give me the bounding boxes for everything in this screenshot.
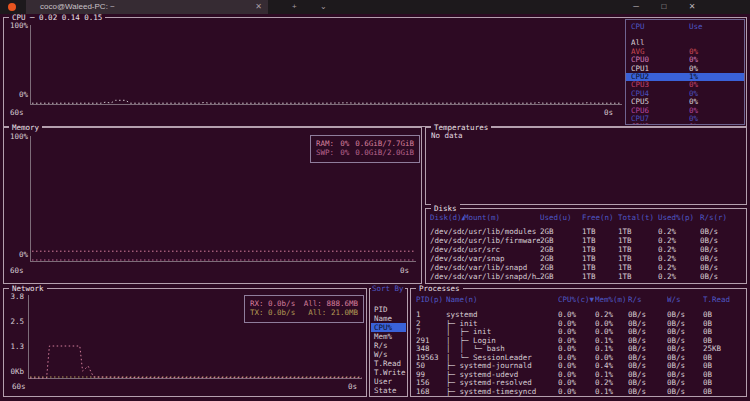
cell: /dev/sdd (430, 227, 464, 236)
disks-panel: Disks Disk(d)▲Mount(m)Used(u)Free(n)Tota… (425, 208, 747, 284)
cpu-legend-row-cpu1[interactable]: CPU10% (631, 65, 744, 73)
cell: 0B (703, 388, 744, 397)
cell: 0B/s (700, 236, 744, 245)
process-row[interactable]: 1systemd0.0%0.2%0B/s0B/s0B (416, 311, 744, 320)
sort-option-t-read[interactable]: T.Read (371, 359, 406, 368)
disks-col-header[interactable]: Used%(p) (658, 213, 700, 222)
network-panel: Network 3.8 2.5 1.3 0Kb 60s 0s RX: 0.0b/… (3, 288, 367, 397)
process-row[interactable]: 19563│ └─ SessionLeader0.0%0.0%0B/s0B/s0… (416, 354, 744, 363)
cell: 0B (703, 379, 744, 388)
cell: /var/lib/snapd/h… (464, 272, 540, 281)
cell: 0.0% (558, 371, 595, 380)
cell: 0.0% (558, 345, 595, 354)
process-row[interactable]: 2├─ init0.0%0.0%0B/s0B/s0B (416, 320, 744, 329)
processes-col-header[interactable]: W/s (667, 295, 703, 304)
tab-dropdown-icon[interactable]: ⌄ (320, 2, 327, 11)
maximize-button[interactable]: □ (654, 2, 674, 11)
processes-col-header[interactable]: CPU%(c)▼ (558, 295, 595, 304)
cell: /dev/sdd (430, 245, 464, 254)
sort-option-r-s[interactable]: R/s (371, 341, 406, 350)
cell: 0.0% (595, 354, 628, 363)
cell: ├─ systemd-resolved (446, 379, 558, 388)
disks-col-header[interactable]: Total(t) (618, 213, 658, 222)
cell: 0.0% (595, 320, 628, 329)
cpu-legend-row-cpu3[interactable]: CPU30% (631, 81, 744, 89)
terminal-tab[interactable]: coco@Waleed-PC: ~ ✕ (26, 0, 268, 14)
cell: 0.2% (658, 263, 700, 272)
memory-x-left-label: 60s (10, 266, 24, 275)
cpu-legend-row-cpu6[interactable]: CPU60% (631, 107, 744, 115)
cell: ├─ systemd-udevd (446, 371, 558, 380)
processes-col-header[interactable]: PID(p) (416, 295, 446, 304)
process-row[interactable]: 99├─ systemd-udevd0.0%0.1%0B/s0B/s0B (416, 371, 744, 380)
disks-col-header[interactable]: R/s(r) (700, 213, 744, 222)
processes-col-header[interactable]: R/s (628, 295, 667, 304)
cell: /dev/sdd (430, 254, 464, 263)
cell: │ ├─ Login (446, 337, 558, 346)
process-row[interactable]: 156├─ systemd-resolved0.0%0.2%0B/s0B/s0B (416, 379, 744, 388)
disk-row[interactable]: /dev/sdd/var/snap2GB1TB1TB0.2%0B/s (430, 254, 744, 263)
sort-option-name[interactable]: Name (371, 314, 406, 323)
process-row[interactable]: 348│ │ └─ bash0.0%0.1%0B/s0B/s25KB (416, 345, 744, 354)
process-row[interactable]: 168├─ systemd-timesyncd0.0%0.1%0B/s0B/s0… (416, 388, 744, 397)
cell: 0B/s (667, 345, 703, 354)
cpu-legend-row-cpu8[interactable]: CPU80% (631, 123, 744, 125)
minimize-button[interactable]: ─ (626, 2, 646, 11)
disks-col-header[interactable]: Mount(m) (464, 213, 540, 222)
cpu-legend: CPU Use AllAVG0%CPU00%CPU10%CPU21%CPU30%… (625, 19, 745, 125)
cell: /dev/sdd (430, 263, 464, 272)
sort-option-mem-[interactable]: Mem% (371, 332, 406, 341)
cell: 0.0% (558, 354, 595, 363)
cell: 0B/s (667, 371, 703, 380)
cell: 0.1% (595, 388, 628, 397)
cell: /dev/sdd (430, 272, 464, 281)
process-row[interactable]: 50├─ systemd-journald0.0%0.4%0B/s0B/s0B (416, 362, 744, 371)
cpu-legend-row-cpu5[interactable]: CPU50% (631, 98, 744, 106)
swap-legend-row: SWP: 0% 0.0GiB/2.0GiB (316, 148, 414, 157)
cell: 1 (416, 311, 446, 320)
ram-value: 0.6GiB/7.7GiB (355, 139, 414, 148)
disks-col-header[interactable]: Used(u) (540, 213, 582, 222)
disk-row[interactable]: /dev/sdd/var/lib/snapd/h…2GB1TB1TB0.2%0B… (430, 272, 744, 281)
disks-col-header[interactable]: Free(n) (582, 213, 618, 222)
sort-option-cpu-[interactable]: CPU% (371, 323, 406, 332)
process-row[interactable]: 291│ ├─ Login0.0%0.1%0B/s0B/s0B (416, 337, 744, 346)
cpu-legend-row-cpu7[interactable]: CPU70% (631, 115, 744, 123)
cell: /usr/lib/modules (464, 227, 540, 236)
sort-option-pid[interactable]: PID (371, 305, 406, 314)
processes-col-header[interactable]: Mem%(m) (595, 295, 628, 304)
tab-close-icon[interactable]: ✕ (255, 2, 262, 11)
sort-option-w-s[interactable]: W/s (371, 350, 406, 359)
sort-option-user[interactable]: User (371, 377, 406, 386)
cpu-legend-row-cpu4[interactable]: CPU40% (631, 90, 744, 98)
cell: 0B/s (700, 263, 744, 272)
sort-option-state[interactable]: State (371, 386, 406, 395)
cpu-legend-row-avg[interactable]: AVG0% (631, 48, 744, 56)
cpu-legend-row-cpu2[interactable]: CPU21% (626, 73, 744, 81)
new-tab-button[interactable]: + (292, 2, 297, 11)
cell: 1TB (582, 236, 618, 245)
processes-col-header[interactable]: T.Read (703, 295, 744, 304)
cpu-usage-chart (31, 25, 623, 105)
cell: 0% (689, 98, 744, 106)
cell: ├─ init (446, 320, 558, 329)
cpu-legend-row-cpu0[interactable]: CPU00% (631, 56, 744, 64)
disk-row[interactable]: /dev/sdd/usr/lib/modules2GB1TB1TB0.2%0B/… (430, 227, 744, 236)
cell: 0% (689, 48, 744, 56)
cell: 0.1% (595, 371, 628, 380)
cell: 0B/s (667, 388, 703, 397)
sort-option-t-write[interactable]: T.Write (371, 368, 406, 377)
cpu-legend-col-use: Use (689, 23, 744, 31)
disk-row[interactable]: /dev/sdd/var/lib/snapd2GB1TB1TB0.2%0B/s (430, 263, 744, 272)
close-button[interactable]: ✕ (682, 2, 702, 11)
temperatures-status: No data (431, 131, 463, 140)
cpu-legend-row-all[interactable]: All (631, 39, 744, 47)
processes-col-header[interactable]: Name(n) (446, 295, 558, 304)
disk-row[interactable]: /dev/sdd/usr/src2GB1TB1TB0.2%0B/s (430, 245, 744, 254)
disks-table: /dev/sdd/usr/lib/modules2GB1TB1TB0.2%0B/… (430, 227, 744, 281)
disks-panel-title: Disks (431, 204, 460, 213)
disks-col-header[interactable]: Disk(d)▲ (430, 213, 464, 222)
process-row[interactable]: 7│ ├─ init0.0%0.0%0B/s0B/s0B (416, 328, 744, 337)
memory-legend: RAM: 0% 0.6GiB/7.7GiB SWP: 0% 0.0GiB/2.0… (310, 135, 420, 163)
disk-row[interactable]: /dev/sdd/usr/lib/firmware2GB1TB1TB0.2%0B… (430, 236, 744, 245)
